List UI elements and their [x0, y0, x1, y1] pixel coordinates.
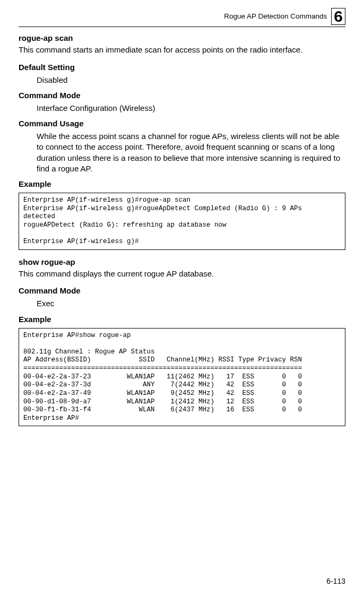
command-usage-label: Command Usage — [19, 119, 345, 128]
command-mode-value-2: Exec — [37, 298, 345, 309]
default-setting-label: Default Setting — [19, 63, 345, 72]
example-label-2: Example — [19, 315, 345, 324]
command-usage-value: While the access point scans a channel f… — [37, 131, 345, 174]
command-mode-label: Command Mode — [19, 91, 345, 100]
command-title-rogue-ap-scan: rogue-ap scan — [19, 33, 345, 42]
example-label: Example — [19, 179, 345, 188]
example-code-block-1: Enterprise AP(if-wireless g)#rogue-ap sc… — [19, 193, 345, 250]
page-header: Rogue AP Detection Commands 6 — [19, 8, 345, 25]
header-divider — [19, 27, 345, 27]
page-content: Rogue AP Detection Commands 6 rogue-ap s… — [0, 0, 364, 444]
example-code-block-2: Enterprise AP#show rogue-ap 802.11g Chan… — [19, 328, 345, 427]
command-mode-value: Interface Configuration (Wireless) — [37, 103, 345, 114]
command-mode-label-2: Command Mode — [19, 286, 345, 295]
header-title: Rogue AP Detection Commands — [224, 8, 327, 20]
page-number: 6-113 — [326, 577, 345, 585]
command-desc-2: This command displays the current rogue … — [19, 269, 345, 279]
command-title-show-rogue-ap: show rogue-ap — [19, 257, 345, 266]
chapter-number: 6 — [331, 8, 345, 25]
default-setting-value: Disabled — [37, 75, 345, 85]
command-desc: This command starts an immediate scan fo… — [19, 45, 345, 55]
